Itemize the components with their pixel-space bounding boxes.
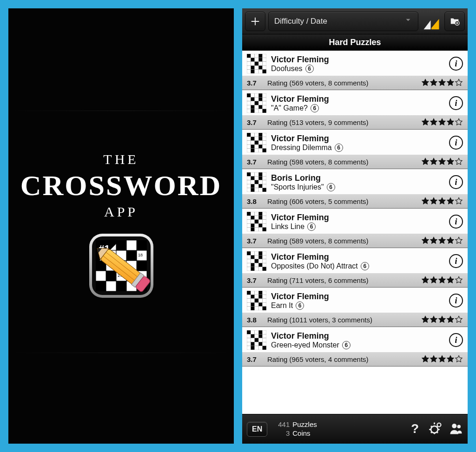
svg-rect-75: [251, 97, 254, 101]
toolbar: Difficulty / Date: [242, 8, 468, 34]
app-icon: #1 17 18 27: [86, 231, 156, 301]
svg-rect-57: [263, 62, 266, 66]
svg-rect-110: [247, 144, 251, 148]
puzzle-row[interactable]: Victor Fleming Earn It 6 i 3.8 Rating (1…: [242, 288, 468, 327]
svg-rect-6: [126, 240, 137, 250]
svg-rect-61: [258, 66, 262, 69]
puzzle-list[interactable]: Victor Fleming Doofuses 6 i 3.7 Rating (…: [242, 51, 468, 414]
rating-score: 3.7: [247, 237, 263, 245]
sort-dropdown[interactable]: Difficulty / Date: [268, 12, 418, 31]
svg-rect-101: [251, 137, 254, 140]
svg-rect-139: [258, 184, 262, 188]
title-line-1: THE: [20, 151, 222, 167]
svg-rect-214: [247, 302, 251, 306]
svg-rect-203: [263, 291, 266, 295]
coin-badge: 6: [335, 144, 343, 152]
rating-stars: [421, 197, 463, 205]
svg-rect-228: [258, 330, 262, 334]
svg-rect-80: [251, 101, 254, 105]
svg-rect-247: [255, 346, 258, 350]
svg-rect-164: [255, 223, 258, 227]
svg-rect-25: [116, 281, 126, 291]
svg-rect-210: [251, 299, 254, 302]
svg-rect-207: [258, 295, 262, 298]
svg-rect-45: [255, 54, 258, 58]
add-button[interactable]: [245, 12, 265, 31]
puzzle-row[interactable]: Victor Fleming Links Line 6 i 3.7 Rating…: [242, 209, 468, 248]
svg-rect-44: [251, 54, 254, 58]
info-button[interactable]: i: [449, 215, 463, 229]
svg-rect-206: [255, 295, 258, 298]
people-icon: [449, 421, 463, 435]
svg-rect-48: [247, 58, 251, 61]
info-button[interactable]: i: [449, 254, 463, 268]
svg-rect-226: [251, 330, 254, 334]
puzzle-row[interactable]: Victor Fleming Green-eyed Monster 6 i 3.…: [242, 327, 468, 367]
settings-button[interactable]: [429, 421, 443, 437]
info-button[interactable]: i: [449, 57, 463, 71]
svg-rect-205: [251, 295, 254, 298]
puzzle-row[interactable]: Victor Fleming Dressing Dilemma 6 i 3.7 …: [242, 130, 468, 169]
info-button[interactable]: i: [449, 333, 463, 347]
svg-rect-150: [258, 212, 262, 216]
svg-rect-73: [263, 93, 266, 97]
svg-rect-81: [255, 101, 258, 105]
svg-rect-188: [247, 263, 251, 267]
coin-badge: 6: [296, 301, 304, 310]
info-button[interactable]: i: [449, 136, 463, 150]
profile-button[interactable]: [449, 421, 463, 437]
svg-rect-129: [258, 176, 262, 180]
svg-rect-138: [255, 184, 258, 188]
svg-rect-125: [263, 172, 266, 176]
svg-rect-115: [247, 149, 251, 152]
svg-rect-236: [251, 338, 254, 342]
puzzle-row[interactable]: Victor Fleming "A" Game? 6 i 3.7 Rating …: [242, 90, 468, 130]
svg-rect-155: [258, 216, 262, 219]
puzzle-row[interactable]: Victor Fleming Doofuses 6 i 3.7 Rating (…: [242, 51, 468, 90]
svg-rect-88: [263, 105, 266, 109]
svg-rect-234: [263, 334, 266, 338]
svg-rect-227: [255, 330, 258, 334]
rating-stars: [421, 118, 463, 126]
rating-text: Rating (1011 voters, 3 comments): [267, 316, 416, 324]
svg-rect-134: [258, 180, 262, 184]
svg-rect-55: [255, 62, 258, 66]
svg-rect-220: [251, 307, 254, 310]
svg-rect-225: [247, 330, 251, 334]
info-button[interactable]: i: [449, 294, 463, 308]
svg-rect-67: [263, 70, 266, 73]
language-button[interactable]: EN: [247, 422, 267, 437]
svg-line-258: [431, 432, 432, 433]
puzzle-author: Victor Fleming: [271, 252, 444, 262]
coin-badge: 6: [327, 183, 335, 191]
info-button[interactable]: i: [449, 175, 463, 189]
svg-rect-63: [247, 70, 251, 73]
svg-rect-109: [263, 141, 266, 144]
svg-line-256: [431, 426, 432, 427]
svg-rect-77: [258, 97, 262, 101]
archive-button[interactable]: [444, 12, 465, 31]
svg-rect-91: [255, 109, 258, 113]
help-button[interactable]: ?: [408, 421, 422, 437]
svg-rect-242: [255, 342, 258, 346]
puzzle-author: Victor Fleming: [271, 94, 444, 104]
info-button[interactable]: i: [449, 96, 463, 110]
svg-rect-23: [96, 281, 106, 291]
svg-rect-119: [263, 149, 266, 152]
svg-point-262: [457, 425, 461, 428]
puzzle-thumbnail-icon: [247, 291, 266, 310]
difficulty-filter-button[interactable]: [421, 12, 442, 31]
svg-rect-123: [255, 172, 258, 176]
puzzle-row[interactable]: Boris Loring "Sports Injuries" 6 i 3.8 R…: [242, 169, 468, 209]
svg-rect-83: [263, 101, 266, 105]
section-title: Hard Puzzles: [242, 34, 468, 51]
svg-rect-71: [255, 93, 258, 97]
svg-rect-175: [255, 251, 258, 255]
rating-stars: [421, 315, 463, 324]
svg-rect-244: [263, 342, 266, 346]
svg-rect-95: [247, 133, 251, 137]
svg-rect-222: [258, 307, 262, 310]
puzzle-thumbnail-icon: [247, 93, 266, 113]
svg-rect-215: [251, 302, 254, 306]
puzzle-row[interactable]: Victor Fleming Opposites (Do Not) Attrac…: [242, 248, 468, 288]
